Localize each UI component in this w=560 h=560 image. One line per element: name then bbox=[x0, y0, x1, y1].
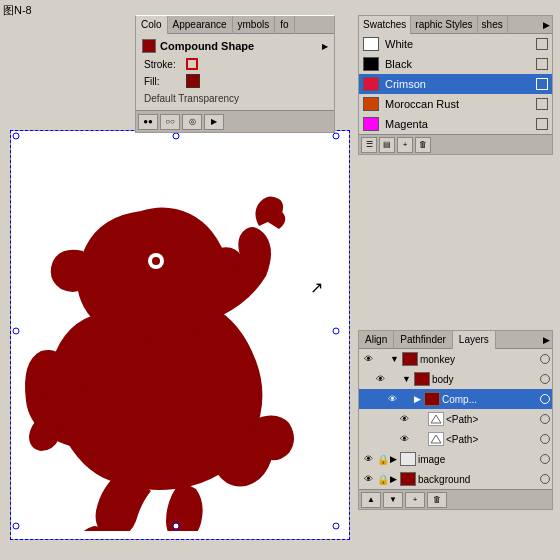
circle-path1[interactable] bbox=[540, 414, 550, 424]
layer-path1-name: <Path> bbox=[446, 414, 538, 425]
swatch-black-color bbox=[363, 57, 379, 71]
layer-comp[interactable]: 👁 ▶ Comp... bbox=[359, 389, 552, 409]
tab-fo[interactable]: fo bbox=[275, 16, 294, 34]
ly-tb-1[interactable]: ▲ bbox=[361, 492, 381, 508]
layer-path1[interactable]: 👁 <Path> bbox=[359, 409, 552, 429]
layers-bottom-toolbar: ▲ ▼ + 🗑 bbox=[359, 489, 552, 509]
lock-background[interactable]: 🔒 bbox=[376, 472, 390, 486]
stroke-icon[interactable] bbox=[186, 58, 198, 70]
svg-point-7 bbox=[13, 523, 19, 529]
layer-comp-name: Comp... bbox=[442, 394, 538, 405]
tab-pathfinder[interactable]: Pathfinder bbox=[394, 331, 453, 349]
tb-btn-2[interactable]: ○○ bbox=[160, 114, 180, 130]
svg-point-9 bbox=[333, 523, 339, 529]
swatches-panel: Swatches raphic Styles shes ▶ White Blac… bbox=[358, 15, 553, 155]
sw-tb-3[interactable]: + bbox=[397, 137, 413, 153]
tab-brushes[interactable]: shes bbox=[478, 16, 508, 34]
ly-tb-3[interactable]: + bbox=[405, 492, 425, 508]
svg-point-6 bbox=[333, 328, 339, 334]
svg-point-5 bbox=[13, 328, 19, 334]
swatches-tabs: Swatches raphic Styles shes ▶ bbox=[359, 16, 552, 34]
eye-icon-monkey[interactable]: 👁 bbox=[361, 352, 375, 366]
layer-body[interactable]: 👁 ▼ body bbox=[359, 369, 552, 389]
expand-monkey[interactable]: ▼ bbox=[390, 354, 399, 364]
layer-background-name: background bbox=[418, 474, 538, 485]
lock-image[interactable]: 🔒 bbox=[376, 452, 390, 466]
layer-image[interactable]: 👁 🔒 ▶ image bbox=[359, 449, 552, 469]
swatch-crimson-name: Crimson bbox=[385, 78, 536, 90]
layer-monkey[interactable]: 👁 ▼ monkey bbox=[359, 349, 552, 369]
layer-path2-name: <Path> bbox=[446, 434, 538, 445]
eye-icon-image[interactable]: 👁 bbox=[361, 452, 375, 466]
circle-body[interactable] bbox=[540, 374, 550, 384]
svg-point-1 bbox=[152, 257, 160, 265]
circle-monkey[interactable] bbox=[540, 354, 550, 364]
circle-image[interactable] bbox=[540, 454, 550, 464]
lock-path2[interactable] bbox=[412, 432, 426, 446]
layer-background[interactable]: 👁 🔒 ▶ background bbox=[359, 469, 552, 489]
tab-symbols[interactable]: ymbols bbox=[233, 16, 276, 34]
layer-path2[interactable]: 👁 <Path> bbox=[359, 429, 552, 449]
swatch-black[interactable]: Black bbox=[359, 54, 552, 74]
tab-layers[interactable]: Layers bbox=[453, 331, 496, 349]
tb-btn-4[interactable]: ▶ bbox=[204, 114, 224, 130]
canvas-white bbox=[10, 130, 350, 540]
svg-point-2 bbox=[13, 133, 19, 139]
tab-color[interactable]: Colo bbox=[136, 16, 168, 34]
eye-icon-body[interactable]: 👁 bbox=[373, 372, 387, 386]
fill-color-box[interactable] bbox=[186, 74, 200, 88]
swatch-moroccan[interactable]: Moroccan Rust bbox=[359, 94, 552, 114]
swatch-crimson-icon bbox=[536, 78, 548, 90]
lock-monkey[interactable] bbox=[376, 352, 390, 366]
tab-graphic-styles[interactable]: raphic Styles bbox=[411, 16, 477, 34]
sw-tb-2[interactable]: ▤ bbox=[379, 137, 395, 153]
stroke-label: Stroke: bbox=[144, 59, 184, 70]
sw-tb-1[interactable]: ☰ bbox=[361, 137, 377, 153]
swatch-crimson[interactable]: Crimson bbox=[359, 74, 552, 94]
circle-background[interactable] bbox=[540, 474, 550, 484]
tb-btn-1[interactable]: ●● bbox=[138, 114, 158, 130]
layers-panel: Align Pathfinder Layers ▶ 👁 ▼ monkey 👁 ▼ bbox=[358, 330, 553, 510]
ly-tb-4[interactable]: 🗑 bbox=[427, 492, 447, 508]
lock-body[interactable] bbox=[388, 372, 402, 386]
expand-arrow: ▶ bbox=[322, 42, 328, 51]
eye-icon-path2[interactable]: 👁 bbox=[397, 432, 411, 446]
fig-label: 图N-8 bbox=[3, 3, 32, 18]
sw-tb-4[interactable]: 🗑 bbox=[415, 137, 431, 153]
stroke-row: Stroke: bbox=[140, 57, 330, 71]
thumb-background bbox=[400, 472, 416, 486]
appearance-panel: Colo Appearance ymbols fo Compound Shape… bbox=[135, 15, 335, 133]
tb-btn-3[interactable]: ◎ bbox=[182, 114, 202, 130]
tab-appearance[interactable]: Appearance bbox=[168, 16, 233, 34]
tab-align[interactable]: Align bbox=[359, 331, 394, 349]
thumb-image bbox=[400, 452, 416, 466]
swatch-white[interactable]: White bbox=[359, 34, 552, 54]
swatch-magenta[interactable]: Magenta bbox=[359, 114, 552, 134]
svg-point-3 bbox=[173, 133, 179, 139]
expand-background[interactable]: ▶ bbox=[390, 474, 397, 484]
svg-point-4 bbox=[333, 133, 339, 139]
swatch-moroccan-color bbox=[363, 97, 379, 111]
eye-icon-background[interactable]: 👁 bbox=[361, 472, 375, 486]
expand-comp[interactable]: ▶ bbox=[414, 394, 421, 404]
swatch-moroccan-name: Moroccan Rust bbox=[385, 98, 536, 110]
lock-path1[interactable] bbox=[412, 412, 426, 426]
ly-tb-2[interactable]: ▼ bbox=[383, 492, 403, 508]
compound-shape-label: Compound Shape bbox=[160, 40, 254, 52]
fill-row: Fill: bbox=[140, 73, 330, 89]
tab-swatches[interactable]: Swatches bbox=[359, 16, 411, 34]
circle-comp[interactable] bbox=[540, 394, 550, 404]
lock-comp[interactable] bbox=[400, 392, 414, 406]
eye-icon-comp[interactable]: 👁 bbox=[385, 392, 399, 406]
circle-path2[interactable] bbox=[540, 434, 550, 444]
appearance-tabs: Colo Appearance ymbols fo bbox=[136, 16, 334, 34]
eye-icon-path1[interactable]: 👁 bbox=[397, 412, 411, 426]
thumb-comp bbox=[424, 392, 440, 406]
layers-menu-btn[interactable]: ▶ bbox=[541, 335, 552, 345]
expand-image[interactable]: ▶ bbox=[390, 454, 397, 464]
thumb-path1 bbox=[428, 412, 444, 426]
swatches-menu-btn[interactable]: ▶ bbox=[541, 20, 552, 30]
svg-point-8 bbox=[173, 523, 179, 529]
swatch-magenta-color bbox=[363, 117, 379, 131]
expand-body[interactable]: ▼ bbox=[402, 374, 411, 384]
